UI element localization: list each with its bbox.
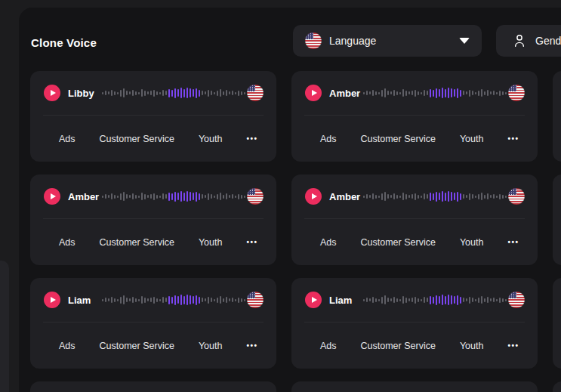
waveform-bar <box>427 91 428 95</box>
waveform-bar <box>484 91 485 95</box>
tag[interactable]: Youth <box>199 237 223 248</box>
voice-card-header: Amber <box>30 174 276 218</box>
waveform-bar <box>129 91 131 94</box>
waveform-bar <box>186 88 188 98</box>
waveform-bar <box>442 295 443 305</box>
voice-card: Liam AdsCustomer ServiceYouth••• <box>291 278 538 369</box>
left-edge-drawer-handle[interactable] <box>0 261 9 392</box>
waveform-bar <box>135 91 137 95</box>
tag[interactable]: Customer Service <box>361 134 436 144</box>
waveform-bar <box>460 297 461 304</box>
waveform <box>363 188 507 205</box>
waveform-bar <box>162 193 164 199</box>
waveform-bar <box>183 296 185 304</box>
tag[interactable]: Customer Service <box>361 341 436 351</box>
waveform-bar <box>421 196 422 198</box>
voice-name: Amber <box>329 88 363 99</box>
waveform-bar <box>469 297 470 304</box>
waveform-bar <box>114 195 116 199</box>
chevron-down-icon <box>459 38 470 44</box>
waveform-bar <box>505 299 507 301</box>
voice-card-partial <box>30 381 276 392</box>
waveform-bar <box>177 296 179 304</box>
more-options-button[interactable]: ••• <box>246 341 257 350</box>
waveform-bar <box>496 299 498 301</box>
more-options-button[interactable]: ••• <box>507 134 519 143</box>
waveform-bar <box>171 90 173 97</box>
more-options-button[interactable]: ••• <box>507 238 519 246</box>
waveform-bar <box>217 194 218 199</box>
waveform-bar <box>123 192 125 201</box>
waveform-bar <box>387 298 389 302</box>
language-filter-dropdown[interactable]: Language <box>293 25 482 57</box>
tag[interactable]: Ads <box>59 237 76 248</box>
tag[interactable]: Ads <box>320 134 337 144</box>
waveform-bar <box>102 196 103 198</box>
waveform-bar <box>439 193 440 200</box>
waveform-bar <box>208 90 209 97</box>
tag[interactable]: Customer Service <box>100 341 174 351</box>
waveform-bar <box>244 196 245 198</box>
play-button[interactable] <box>305 292 322 308</box>
waveform-bar <box>147 195 149 198</box>
waveform-bar <box>214 299 215 301</box>
waveform-bar <box>387 91 389 95</box>
waveform-bar <box>481 193 482 200</box>
waveform-bar <box>436 295 437 305</box>
play-button[interactable] <box>44 188 60 205</box>
waveform-bar <box>114 298 116 302</box>
more-options-button[interactable]: ••• <box>246 134 257 143</box>
waveform-bar <box>366 194 368 199</box>
tag[interactable]: Customer Service <box>100 134 174 144</box>
play-button[interactable] <box>44 85 60 101</box>
play-button[interactable] <box>305 85 322 101</box>
waveform-bar <box>147 298 149 301</box>
tag[interactable]: Youth <box>199 134 223 144</box>
waveform-bar <box>475 92 476 94</box>
waveform-bar <box>235 299 236 301</box>
tag[interactable]: Youth <box>199 341 223 351</box>
waveform-bar <box>123 295 125 304</box>
tag[interactable]: Ads <box>320 237 337 248</box>
waveform-bar <box>384 88 386 97</box>
play-button[interactable] <box>44 292 60 308</box>
us-flag-icon <box>247 188 264 205</box>
tag[interactable]: Customer Service <box>100 237 174 248</box>
waveform-bar <box>153 90 155 97</box>
waveform-bar <box>126 194 128 199</box>
waveform-bar <box>399 299 401 301</box>
waveform-bar <box>159 299 161 301</box>
voice-card-partial <box>553 381 561 392</box>
more-options-button[interactable]: ••• <box>246 238 257 246</box>
waveform-bar <box>193 193 194 200</box>
tag[interactable]: Ads <box>59 341 76 351</box>
waveform-bar <box>199 297 200 304</box>
waveform-bar <box>117 299 119 301</box>
tag[interactable]: Youth <box>460 341 484 351</box>
gender-filter-label: Gender <box>535 35 561 47</box>
waveform-bar <box>174 88 176 98</box>
tag[interactable]: Youth <box>460 237 484 248</box>
waveform-bar <box>405 298 407 303</box>
more-options-button[interactable]: ••• <box>507 341 519 350</box>
waveform-bar <box>156 298 158 302</box>
waveform-bar <box>369 298 371 301</box>
waveform-bar <box>454 89 455 97</box>
waveform-bar <box>202 194 203 199</box>
waveform-bar <box>202 91 203 95</box>
waveform-bar <box>502 91 504 95</box>
tag-list: AdsCustomer ServiceYouth••• <box>291 116 538 162</box>
waveform-bar <box>372 297 374 303</box>
waveform-bar <box>174 192 176 202</box>
tag[interactable]: Customer Service <box>361 237 436 248</box>
waveform-bar <box>396 195 398 199</box>
waveform-bar <box>111 90 113 96</box>
play-button[interactable] <box>305 188 322 205</box>
tag[interactable]: Ads <box>320 341 337 351</box>
waveform-bar <box>487 90 489 96</box>
tag[interactable]: Youth <box>460 134 484 144</box>
waveform-bar <box>478 298 479 303</box>
tag[interactable]: Ads <box>59 134 76 144</box>
waveform-bar <box>220 296 221 304</box>
gender-filter-dropdown[interactable]: Gender <box>496 25 561 57</box>
